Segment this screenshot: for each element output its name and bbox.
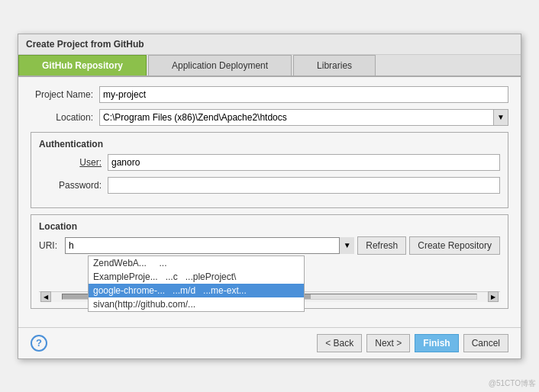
dropdown-item-exampleproject[interactable]: ExampleProje... ...c ...pleProject\ xyxy=(89,270,304,284)
uri-label: URI: xyxy=(39,240,62,251)
dropdown-item-google-chrome[interactable]: google-chrome-... ...m/d ...me-ext... xyxy=(89,284,304,297)
uri-row: URI: ▼ ZendWebA... ... ExampleProje... .… xyxy=(39,236,500,255)
finish-button[interactable]: Finish xyxy=(415,334,458,352)
uri-section: Location URI: ▼ ZendWebA... ... ExampleP… xyxy=(31,214,508,309)
location-label: Location: xyxy=(31,112,99,123)
tab-github-repository[interactable]: GitHub Repository xyxy=(18,55,147,76)
dialog-footer: ? < Back Next > Finish Cancel xyxy=(18,327,521,358)
password-input[interactable] xyxy=(108,177,500,194)
project-name-label: Project Name: xyxy=(31,89,99,100)
create-repository-button[interactable]: Create Repository xyxy=(409,236,500,255)
project-name-row: Project Name: xyxy=(31,86,508,103)
location-input[interactable] xyxy=(99,109,493,126)
location-section-title: Location xyxy=(39,221,500,232)
help-button[interactable]: ? xyxy=(31,335,47,352)
project-name-input[interactable] xyxy=(99,86,508,103)
uri-input[interactable] xyxy=(65,237,354,254)
authentication-title: Authentication xyxy=(39,139,500,149)
uri-dropdown-btn[interactable]: ▼ xyxy=(339,237,354,254)
tab-libraries[interactable]: Libraries xyxy=(293,55,376,76)
watermark: @51CTO博客 xyxy=(489,378,536,389)
password-row: Password: xyxy=(39,177,500,194)
scroll-left-arrow[interactable]: ◀ xyxy=(40,291,51,302)
cancel-button[interactable]: Cancel xyxy=(463,334,508,352)
user-input[interactable] xyxy=(108,154,500,171)
footer-buttons: < Back Next > Finish Cancel xyxy=(317,334,508,352)
location-dropdown-btn[interactable]: ▼ xyxy=(493,109,508,126)
uri-input-container: ▼ ZendWebA... ... ExampleProje... ...c .… xyxy=(65,237,354,254)
user-label: User: xyxy=(39,157,108,168)
location-row: Location: ▼ xyxy=(31,109,508,126)
tab-application-deployment[interactable]: Application Deployment xyxy=(148,55,292,76)
create-project-dialog: Create Project from GitHub GitHub Reposi… xyxy=(18,34,521,359)
scroll-right-arrow[interactable]: ▶ xyxy=(488,291,499,302)
password-label: Password: xyxy=(39,180,108,191)
user-row: User: xyxy=(39,154,500,171)
dropdown-item-zendweba[interactable]: ZendWebA... ... xyxy=(89,256,304,270)
dialog-body: Project Name: Location: ▼ Authentication… xyxy=(18,77,521,321)
dialog-title: Create Project from GitHub xyxy=(18,34,521,55)
refresh-button[interactable]: Refresh xyxy=(357,236,406,255)
uri-dropdown-list: ZendWebA... ... ExampleProje... ...c ...… xyxy=(88,255,305,312)
back-button[interactable]: < Back xyxy=(317,334,362,352)
dropdown-item-sivan[interactable]: sivan(http://github.com/... xyxy=(89,297,304,311)
tab-bar: GitHub Repository Application Deployment… xyxy=(18,55,521,77)
next-button[interactable]: Next > xyxy=(366,334,410,352)
location-field: ▼ xyxy=(99,109,508,126)
authentication-section: Authentication User: Password: xyxy=(31,132,508,208)
